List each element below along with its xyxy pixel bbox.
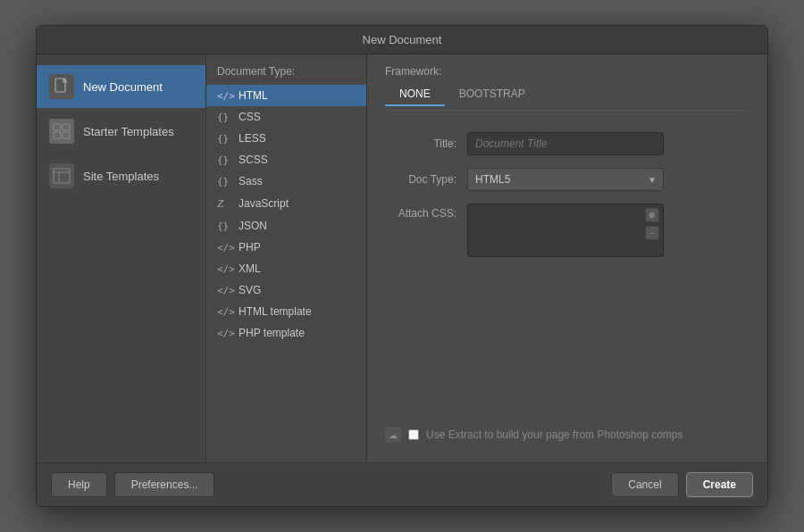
framework-label: Framework: <box>385 65 750 78</box>
title-input[interactable] <box>467 132 664 155</box>
doctype-php-label: PHP <box>239 241 261 254</box>
doctype-html-template-label: HTML template <box>239 305 312 318</box>
dialog-title: New Document <box>37 26 767 54</box>
html-template-icon: </> <box>217 306 233 318</box>
cancel-button[interactable]: Cancel <box>611 472 678 497</box>
doctype-section-label: Document Type: <box>206 62 366 85</box>
php-icon: </> <box>217 242 233 254</box>
attach-css-row: Attach CSS: ⊕ − <box>385 204 750 257</box>
starter-templates-icon <box>49 119 74 144</box>
doctype-panel: Document Type: </> HTML {} CSS {} LESS {… <box>206 54 367 462</box>
doctype-scss-label: SCSS <box>239 154 268 166</box>
sass-icon: {} <box>217 176 233 187</box>
attach-css-remove-icon[interactable]: − <box>645 226 659 240</box>
footer-right: Cancel Create <box>611 472 753 497</box>
doctype-json[interactable]: {} JSON <box>206 215 366 237</box>
new-document-icon <box>49 74 74 99</box>
tab-bootstrap[interactable]: BOOTSTRAP <box>445 83 540 106</box>
extract-label: Use Extract to build your page from Phot… <box>426 428 683 441</box>
html-icon: </> <box>217 90 233 102</box>
sidebar-item-site-templates-label: Site Templates <box>83 170 159 183</box>
doctype-css[interactable]: {} CSS <box>206 106 366 128</box>
doctype-scss[interactable]: {} SCSS <box>206 149 366 170</box>
doctype-svg[interactable]: </> SVG <box>206 279 366 301</box>
site-templates-icon <box>49 163 74 188</box>
doctype-less[interactable]: {} LESS <box>206 128 366 149</box>
framework-tabs: NONE BOOTSTRAP <box>385 83 750 106</box>
help-button[interactable]: Help <box>51 472 107 497</box>
extract-row: ☁ Use Extract to build your page from Ph… <box>385 418 750 452</box>
new-document-dialog: New Document New Document <box>36 25 768 507</box>
help-label: Help <box>68 478 90 491</box>
doctype-row: Doc Type: HTML5 HTML4 XHTML ▼ <box>385 168 750 191</box>
xml-icon: </> <box>217 263 233 275</box>
create-label: Create <box>703 478 736 491</box>
svg-rect-5 <box>54 169 70 183</box>
less-icon: {} <box>217 133 233 145</box>
sidebar: New Document Starter Templates <box>37 54 206 462</box>
doctype-php-template[interactable]: </> PHP template <box>206 322 366 344</box>
doctype-sass-label: Sass <box>239 175 263 187</box>
doctype-css-label: CSS <box>239 111 261 123</box>
json-icon: {} <box>217 220 233 232</box>
attach-css-add-icon[interactable]: ⊕ <box>645 208 659 222</box>
svg-rect-1 <box>54 124 61 130</box>
doctype-xml-label: XML <box>239 262 261 275</box>
dialog-body: New Document Starter Templates <box>37 54 767 462</box>
title-row: Title: <box>385 132 750 155</box>
doctype-html-template[interactable]: </> HTML template <box>206 301 366 322</box>
doctype-select[interactable]: HTML5 HTML4 XHTML <box>467 168 664 191</box>
javascript-icon: Z <box>217 196 233 211</box>
tab-bootstrap-label: BOOTSTRAP <box>459 87 525 100</box>
doctype-row-label: Doc Type: <box>385 173 456 186</box>
form-area: Framework: NONE BOOTSTRAP Title: <box>367 54 767 462</box>
extract-checkbox[interactable] <box>408 429 419 440</box>
footer: Help Preferences... Cancel Create <box>37 462 767 506</box>
doctype-xml[interactable]: </> XML <box>206 258 366 279</box>
tab-none[interactable]: NONE <box>385 83 445 106</box>
create-button[interactable]: Create <box>686 472 753 497</box>
form-fields: Title: Doc Type: HTML5 HTML4 XHTML ▼ <box>385 132 750 257</box>
attach-css-icons: ⊕ − <box>645 208 659 240</box>
cancel-label: Cancel <box>628 478 661 491</box>
scss-icon: {} <box>217 154 233 166</box>
svg-rect-2 <box>63 124 70 130</box>
svg-rect-3 <box>54 132 61 138</box>
doctype-less-label: LESS <box>239 132 266 145</box>
title-text: New Document <box>363 33 442 46</box>
doctype-php[interactable]: </> PHP <box>206 237 366 258</box>
doctype-html[interactable]: </> HTML <box>206 85 366 106</box>
preferences-button[interactable]: Preferences... <box>114 472 215 497</box>
extract-cloud-icon: ☁ <box>385 427 401 443</box>
php-template-icon: </> <box>217 328 233 339</box>
sidebar-item-site-templates[interactable]: Site Templates <box>37 154 205 197</box>
framework-section: Framework: NONE BOOTSTRAP <box>385 65 750 114</box>
doctype-svg-label: SVG <box>239 284 261 296</box>
sidebar-item-starter-templates-label: Starter Templates <box>83 125 174 138</box>
tab-none-label: NONE <box>399 87 431 100</box>
content-area: Document Type: </> HTML {} CSS {} LESS {… <box>206 54 767 462</box>
preferences-label: Preferences... <box>131 478 198 491</box>
title-label: Title: <box>385 137 456 150</box>
doctype-php-template-label: PHP template <box>239 327 305 339</box>
sidebar-item-new-document-label: New Document <box>83 80 163 94</box>
doctype-select-wrapper: HTML5 HTML4 XHTML ▼ <box>467 168 664 191</box>
svg-rect-4 <box>63 132 70 138</box>
doctype-json-label: JSON <box>239 220 267 232</box>
doctype-sass[interactable]: {} Sass <box>206 170 366 192</box>
sidebar-item-new-document[interactable]: New Document <box>37 65 205 108</box>
sidebar-item-starter-templates[interactable]: Starter Templates <box>37 110 205 153</box>
doctype-html-label: HTML <box>239 89 268 102</box>
attach-css-box[interactable]: ⊕ − <box>467 204 664 257</box>
css-icon: {} <box>217 112 233 123</box>
svg-icon: </> <box>217 285 233 296</box>
footer-left: Help Preferences... <box>51 472 214 497</box>
attach-css-label: Attach CSS: <box>385 204 456 220</box>
doctype-javascript[interactable]: Z JavaScript <box>206 192 366 215</box>
doctype-javascript-label: JavaScript <box>239 197 289 210</box>
